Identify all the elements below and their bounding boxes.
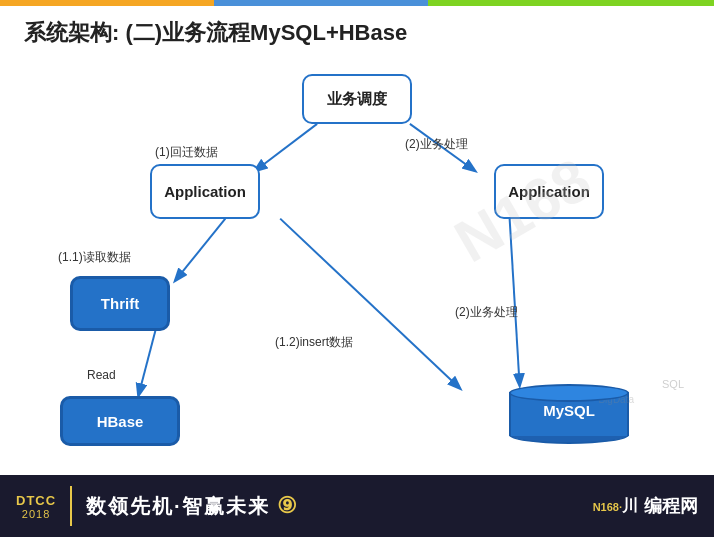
node-app1: Application: [150, 164, 260, 219]
deco-sql: SQL: [662, 378, 684, 390]
svg-line-2: [175, 219, 225, 281]
label-read-data: (1.1)读取数据: [58, 249, 131, 266]
node-scheduling: 业务调度: [302, 74, 412, 124]
mysql-label: MySQL: [509, 402, 629, 419]
slogan-icon: ⑨: [277, 493, 299, 518]
label-biz-process-1: (2)业务处理: [405, 136, 468, 153]
label-insert-data: (1.2)insert数据: [275, 334, 353, 351]
node-mysql-wrap: MySQL: [509, 384, 629, 444]
node-mysql: MySQL: [509, 384, 629, 444]
bottom-brand: DTCC 2018: [16, 493, 56, 520]
slide-container: 系统架构: (二)业务流程MySQL+HBase (1)回迁数据: [0, 0, 714, 537]
bottom-divider: [70, 486, 72, 526]
svg-line-4: [139, 330, 156, 395]
label-migrate: (1)回迁数据: [155, 144, 218, 161]
year-text: 2018: [22, 508, 50, 520]
diagram-area: (1)回迁数据 (2)业务处理 (1.1)读取数据 (1.2)insert数据 …: [0, 56, 714, 475]
bottom-right: N168·川 编程网: [593, 494, 698, 518]
label-read: Read: [87, 368, 116, 382]
slide-title: 系统架构: (二)业务流程MySQL+HBase: [0, 6, 714, 56]
node-hbase: HBase: [60, 396, 180, 446]
svg-line-5: [510, 219, 520, 386]
svg-line-0: [255, 124, 317, 171]
node-app2: Application: [494, 164, 604, 219]
slogan: 数领先机·智赢未来 ⑨: [86, 493, 299, 520]
mysql-top: [509, 384, 629, 402]
site-name: 编程网: [644, 494, 698, 518]
svg-line-3: [280, 219, 460, 389]
dtcc-text: DTCC: [16, 493, 56, 508]
node-thrift: Thrift: [70, 276, 170, 331]
site-logo-prefix: N168·川: [593, 496, 638, 517]
label-biz-process-2: (2)业务处理: [455, 304, 518, 321]
bottom-bar: DTCC 2018 数领先机·智赢未来 ⑨ N168·川 编程网: [0, 475, 714, 537]
